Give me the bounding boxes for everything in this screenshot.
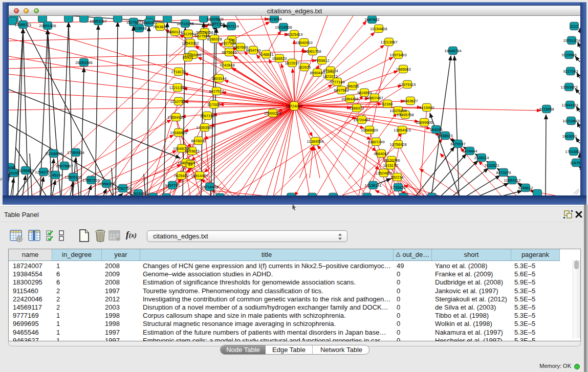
svg-text:9463627: 9463627 [403, 99, 418, 103]
svg-text:95975867: 95975867 [56, 164, 73, 168]
svg-text:1969291: 1969291 [562, 134, 577, 139]
svg-text:2718176: 2718176 [171, 70, 186, 74]
svg-text:8215958: 8215958 [539, 107, 554, 112]
svg-text:8912954: 8912954 [181, 32, 195, 36]
svg-text:20206556: 20206556 [45, 151, 62, 156]
svg-text:16648784: 16648784 [444, 49, 461, 53]
svg-text:1821072: 1821072 [322, 74, 337, 79]
svg-text:17016504: 17016504 [565, 149, 580, 154]
svg-text:9227343: 9227343 [563, 69, 578, 74]
svg-text:164095: 164095 [429, 127, 442, 132]
svg-text:1822037: 1822037 [285, 61, 299, 65]
svg-text:2386372: 2386372 [349, 106, 364, 111]
svg-text:11156829: 11156829 [17, 168, 34, 173]
svg-text:12213967: 12213967 [380, 40, 397, 45]
svg-text:7515546: 7515546 [132, 26, 146, 31]
svg-text:162625: 162625 [298, 65, 311, 70]
svg-text:8938923: 8938923 [438, 134, 452, 138]
svg-text:8427512: 8427512 [209, 89, 224, 94]
svg-text:16120746: 16120746 [383, 158, 400, 163]
svg-text:9242848: 9242848 [220, 63, 234, 68]
svg-text:14055721: 14055721 [14, 23, 31, 27]
svg-text:12505135: 12505135 [64, 175, 81, 180]
svg-text:3267150: 3267150 [200, 114, 214, 118]
svg-text:1493822: 1493822 [184, 149, 199, 154]
svg-text:10688609: 10688609 [361, 128, 378, 133]
svg-text:1527602: 1527602 [126, 20, 141, 25]
svg-text:7485063: 7485063 [396, 67, 410, 72]
svg-text:12444191: 12444191 [561, 103, 578, 107]
svg-text:13654923: 13654923 [394, 128, 410, 133]
svg-text:25900215: 25900215 [264, 111, 281, 116]
svg-text:1733426: 1733426 [390, 185, 405, 190]
svg-text:13524851: 13524851 [375, 171, 392, 176]
svg-text:20364436: 20364436 [341, 97, 358, 101]
svg-text:9245612: 9245612 [518, 186, 533, 190]
svg-text:15716485: 15716485 [201, 185, 218, 189]
svg-text:1588520: 1588520 [272, 56, 287, 61]
svg-text:1615172: 1615172 [383, 163, 398, 168]
svg-text:8471676: 8471676 [496, 170, 511, 175]
svg-text:9457791: 9457791 [165, 183, 180, 188]
svg-text:7632621: 7632621 [484, 163, 499, 168]
svg-text:2687682: 2687682 [364, 17, 379, 22]
svg-text:10654112: 10654112 [504, 178, 521, 183]
svg-text:4684067: 4684067 [374, 151, 388, 156]
svg-text:8878332: 8878332 [191, 139, 206, 143]
svg-text:517006: 517006 [207, 102, 220, 107]
svg-text:9777169: 9777169 [330, 80, 344, 84]
svg-text:7857224: 7857224 [224, 24, 238, 29]
svg-text:116753: 116753 [570, 161, 580, 165]
svg-text:2803144: 2803144 [211, 76, 226, 81]
svg-text:10958107: 10958107 [98, 182, 115, 186]
svg-text:14136141: 14136141 [364, 183, 381, 188]
svg-text:10807487: 10807487 [366, 96, 383, 100]
svg-text:8660124: 8660124 [167, 30, 182, 34]
svg-text:11384554: 11384554 [307, 139, 324, 144]
svg-text:11325419: 11325419 [286, 32, 303, 37]
svg-text:16033809: 16033809 [206, 17, 223, 21]
svg-text:6497568: 6497568 [334, 88, 349, 93]
svg-text:9474444: 9474444 [462, 149, 477, 154]
svg-text:10719155: 10719155 [177, 21, 193, 26]
svg-text:10699695: 10699695 [416, 120, 432, 125]
svg-text:15720407: 15720407 [353, 118, 370, 122]
svg-text:16782759: 16782759 [114, 186, 131, 191]
svg-text:1145194: 1145194 [48, 173, 63, 178]
svg-text:10653267: 10653267 [90, 19, 106, 24]
svg-text:10210643: 10210643 [562, 119, 579, 123]
svg-text:17957253: 17957253 [82, 178, 99, 183]
svg-text:12211333: 12211333 [169, 85, 186, 90]
svg-text:95901: 95901 [183, 55, 193, 60]
svg-text:13495758: 13495758 [397, 113, 413, 117]
svg-text:19218506: 19218506 [275, 25, 292, 30]
svg-text:16914479: 16914479 [191, 173, 208, 178]
svg-text:16671355: 16671355 [208, 22, 225, 27]
svg-text:16640910: 16640910 [295, 40, 312, 45]
svg-text:19654935: 19654935 [167, 115, 184, 120]
svg-text:2935114: 2935114 [474, 156, 489, 160]
svg-text:12923448: 12923448 [129, 191, 146, 196]
svg-text:8875685: 8875685 [222, 50, 236, 55]
svg-text:13353594: 13353594 [196, 125, 213, 130]
svg-text:17359934: 17359934 [67, 150, 84, 155]
svg-text:62160: 62160 [382, 102, 393, 106]
svg-text:10973493: 10973493 [389, 53, 406, 57]
svg-text:252214: 252214 [390, 175, 403, 180]
svg-text:8813054: 8813054 [267, 17, 281, 21]
svg-text:1112: 1112 [570, 24, 578, 29]
svg-text:8186328: 8186328 [207, 37, 222, 41]
svg-text:7663822: 7663822 [153, 25, 167, 29]
svg-text:10756928: 10756928 [389, 142, 406, 147]
svg-text:12093873: 12093873 [560, 85, 577, 90]
svg-text:7625402: 7625402 [173, 173, 188, 178]
svg-text:15751074: 15751074 [563, 38, 580, 43]
svg-text:19166825: 19166825 [170, 130, 187, 135]
svg-text:13807249: 13807249 [367, 140, 384, 144]
svg-text:6794024: 6794024 [323, 69, 338, 73]
svg-text:10107553: 10107553 [170, 99, 187, 104]
svg-text:10154808: 10154808 [370, 27, 387, 31]
svg-text:9129966: 9129966 [561, 53, 576, 57]
svg-text:89: 89 [188, 162, 192, 167]
svg-text:12975115: 12975115 [399, 82, 416, 87]
